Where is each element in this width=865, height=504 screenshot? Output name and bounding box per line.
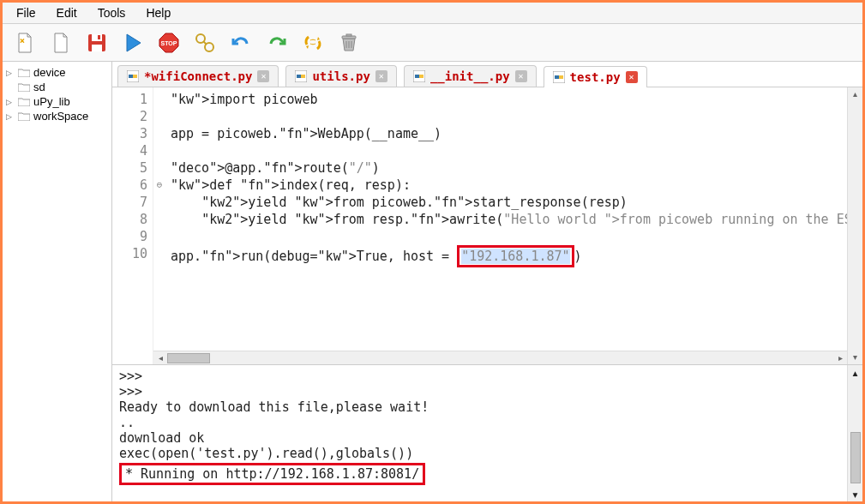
stop-icon[interactable]: STOP	[155, 29, 183, 57]
menu-file[interactable]: File	[8, 4, 45, 21]
open-file-icon[interactable]	[47, 29, 75, 57]
tab-label: utils.py	[312, 69, 369, 83]
close-icon[interactable]: ✕	[257, 70, 269, 82]
line-gutter: 1 2 3 4 5 6 7 8 9 10	[112, 87, 153, 364]
folder-icon	[18, 68, 30, 77]
svg-rect-1	[92, 34, 102, 41]
toolbar: STOP	[3, 24, 862, 62]
tab-label: __init__.py	[430, 69, 510, 83]
svg-rect-24	[555, 75, 559, 79]
code-editor[interactable]: 1 2 3 4 5 6 7 8 9 10 ⊖ "kw">import picow…	[112, 87, 862, 365]
scroll-down-icon[interactable]: ▾	[851, 487, 859, 502]
main: *wifiConnect.py ✕ utils.py ✕ __init__.py…	[112, 62, 862, 502]
vertical-scrollbar[interactable]: ▴ ▾	[847, 365, 862, 502]
fold-column: ⊖	[153, 87, 165, 364]
sync-icon[interactable]	[299, 29, 327, 57]
connect-icon[interactable]	[191, 29, 219, 57]
chevron-right-icon: ▷	[6, 69, 15, 77]
svg-rect-19	[301, 75, 305, 78]
tab-init[interactable]: __init__.py ✕	[404, 65, 537, 87]
svg-rect-3	[98, 35, 100, 39]
chevron-right-icon: ▷	[6, 98, 15, 106]
folder-icon	[18, 82, 30, 92]
workarea: ▷ device sd ▷ uPy_lib ▷ workSpace *wifiC…	[3, 62, 862, 502]
tab-row: *wifiConnect.py ✕ utils.py ✕ __init__.py…	[112, 62, 862, 87]
svg-line-8	[203, 41, 207, 45]
code-area[interactable]: "kw">import picoweb app = picoweb."fn">W…	[165, 87, 847, 364]
tree-label: device	[33, 66, 66, 79]
undo-icon[interactable]	[227, 29, 255, 57]
tab-label: *wifiConnect.py	[144, 69, 252, 83]
chevron-right-icon: ▷	[6, 112, 15, 121]
folder-icon	[18, 97, 30, 106]
svg-rect-18	[297, 75, 301, 78]
console-output[interactable]: >>>>>>Ready to download this file,please…	[112, 365, 862, 502]
svg-rect-15	[129, 75, 133, 78]
menu-help[interactable]: Help	[137, 4, 179, 21]
svg-rect-21	[415, 75, 419, 78]
svg-rect-16	[133, 75, 137, 78]
delete-icon[interactable]	[335, 29, 363, 57]
tree-label: uPy_lib	[33, 95, 70, 108]
scroll-left-icon[interactable]: ◂	[153, 353, 167, 363]
scroll-up-icon[interactable]: ▴	[853, 87, 857, 101]
close-icon[interactable]: ✕	[375, 70, 387, 82]
folder-icon	[18, 111, 30, 121]
close-icon[interactable]: ✕	[626, 71, 638, 83]
vertical-scrollbar[interactable]: ▴ ▾	[847, 87, 862, 364]
svg-text:STOP: STOP	[161, 40, 177, 46]
python-file-icon	[413, 70, 425, 82]
scroll-up-icon[interactable]: ▴	[851, 365, 859, 381]
file-tree: ▷ device sd ▷ uPy_lib ▷ workSpace	[3, 62, 112, 502]
tree-label: workSpace	[33, 110, 88, 123]
scroll-thumb[interactable]	[850, 432, 861, 483]
horizontal-scrollbar[interactable]: ◂ ▸	[153, 351, 847, 364]
menu-tools[interactable]: Tools	[89, 4, 135, 21]
svg-rect-22	[419, 75, 423, 78]
tab-test[interactable]: test.py ✕	[544, 66, 647, 87]
scroll-thumb[interactable]	[167, 353, 210, 363]
scroll-down-icon[interactable]: ▾	[853, 351, 857, 364]
save-icon[interactable]	[83, 29, 111, 57]
tab-label: test.py	[570, 70, 621, 84]
tree-item-sd[interactable]: sd	[4, 80, 110, 94]
redo-icon[interactable]	[263, 29, 291, 57]
svg-rect-2	[92, 45, 102, 51]
menu-edit[interactable]: Edit	[48, 4, 86, 21]
scroll-right-icon[interactable]: ▸	[833, 353, 847, 363]
run-icon[interactable]	[119, 29, 147, 57]
new-file-icon[interactable]	[11, 29, 39, 57]
tab-wificonnect[interactable]: *wifiConnect.py ✕	[117, 65, 279, 87]
python-file-icon	[553, 71, 565, 83]
menubar: File Edit Tools Help	[3, 3, 862, 24]
python-file-icon	[295, 70, 307, 82]
python-file-icon	[127, 70, 139, 82]
tree-label: sd	[33, 81, 45, 93]
close-icon[interactable]: ✕	[515, 70, 527, 82]
tree-item-upylib[interactable]: ▷ uPy_lib	[4, 94, 110, 109]
tree-item-device[interactable]: ▷ device	[4, 65, 110, 80]
tree-item-workspace[interactable]: ▷ workSpace	[4, 109, 110, 123]
svg-rect-25	[559, 75, 563, 79]
svg-rect-10	[346, 34, 351, 36]
tab-utils[interactable]: utils.py ✕	[285, 65, 396, 87]
